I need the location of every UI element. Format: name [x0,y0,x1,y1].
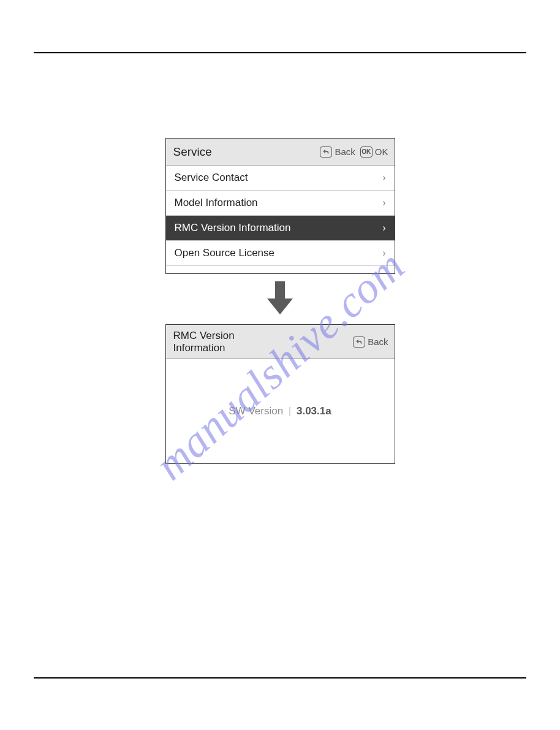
detail-body: SW Version | 3.03.1a [166,359,395,463]
service-panel-title: Service [173,145,212,159]
chevron-right-icon: › [382,222,385,234]
menu-item-label: RMC Version Information [175,222,291,234]
detail-back-action[interactable]: Back [353,336,388,348]
page-bottom-rule [34,677,526,679]
detail-title-line2: Information [173,342,225,354]
menu-item-open-source-license[interactable]: Open Source License › [166,241,395,266]
back-icon [320,146,332,158]
page-top-rule [34,52,526,53]
svg-marker-1 [267,298,293,314]
detail-panel: RMC Version Information Back SW Version … [165,324,395,464]
back-label: Back [335,146,355,157]
menu-item-model-information[interactable]: Model Information › [166,191,395,216]
menu-item-label: Service Contact [175,172,248,184]
service-header-actions: Back OK OK [320,146,388,158]
sw-version-separator: | [289,405,291,417]
menu-item-label: Open Source License [175,247,275,259]
content-area: Service Back OK OK Service Contact [0,138,560,464]
service-panel: Service Back OK OK Service Contact [165,138,395,274]
ok-icon: OK [360,146,373,158]
chevron-right-icon: › [382,248,385,259]
detail-panel-header: RMC Version Information Back [166,325,395,359]
ok-action[interactable]: OK OK [360,146,388,158]
sw-version-value: 3.03.1a [297,405,331,417]
detail-panel-title: RMC Version Information [173,330,235,354]
chevron-right-icon: › [382,172,385,183]
detail-title-line1: RMC Version [173,330,235,341]
detail-header-actions: Back [353,336,388,348]
menu-item-service-contact[interactable]: Service Contact › [166,165,395,191]
chevron-right-icon: › [382,197,385,208]
ok-label: OK [375,146,388,157]
detail-back-label: Back [368,336,388,347]
back-action[interactable]: Back [320,146,355,158]
service-panel-header: Service Back OK OK [166,139,395,165]
sw-version-row: SW Version | 3.03.1a [229,405,331,417]
menu-item-label: Model Information [175,197,258,209]
svg-rect-0 [275,281,285,298]
menu-item-rmc-version-information[interactable]: RMC Version Information › [166,216,395,241]
sw-version-label: SW Version [229,405,283,417]
back-icon [353,336,365,348]
arrow-down-icon [266,281,294,316]
menu-trailing-space [166,266,395,273]
